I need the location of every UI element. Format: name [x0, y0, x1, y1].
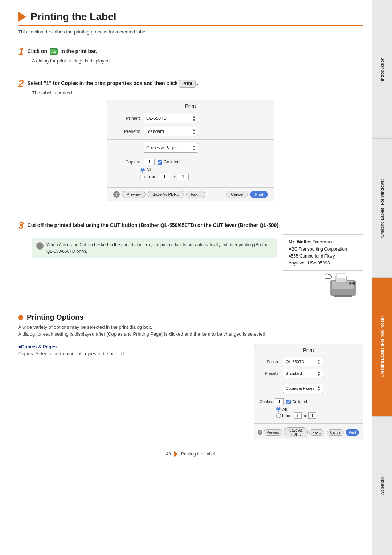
presets-row-2: Presets: Standard ▲▼: [254, 368, 363, 379]
options-desc1: A wide variety of options may be selecte…: [18, 324, 363, 330]
step-2-section: 2 Select "1" for Copies in the print pro…: [18, 74, 363, 210]
presets-stepper[interactable]: ▲▼: [192, 128, 196, 135]
print-button[interactable]: Print: [250, 191, 268, 198]
save-as-pdf-button-2[interactable]: Save As PDF...: [284, 427, 308, 437]
pages-from-radio-2[interactable]: [276, 413, 281, 418]
help-icon[interactable]: ?: [113, 191, 120, 198]
copies-input-2[interactable]: [275, 398, 284, 405]
collated-label-2: Collated: [286, 400, 307, 404]
presets-stepper-2[interactable]: ▲▼: [317, 370, 320, 377]
collated-label: Collated: [158, 159, 180, 165]
sidebar-tab-appendix[interactable]: Appendix: [372, 416, 392, 555]
collated-checkbox[interactable]: [158, 160, 162, 165]
print-dialog-footer-2: ? Preview Save As PDF... Fax... Cancel P…: [254, 425, 363, 439]
printing-options-section: Printing Options A wide variety of optio…: [18, 313, 363, 444]
main-content: Printing the Label This section describe…: [11, 0, 370, 482]
collated-checkbox-2[interactable]: [286, 400, 291, 404]
pages-from-radio[interactable]: [140, 175, 145, 179]
print-dialog-2-title: Print: [254, 344, 363, 356]
section-stepper[interactable]: ▲▼: [192, 144, 196, 151]
page-subtitle: This section describes the printing proc…: [18, 29, 363, 35]
step-3-number: 3: [18, 220, 24, 231]
copies-pages-title: ■Copies & Pages: [18, 344, 247, 349]
printer-field-2: QL-650TD ▲▼: [283, 357, 323, 366]
options-title: Printing Options: [18, 313, 363, 321]
pages-from-row: From: to:: [140, 174, 189, 180]
copies-row-2: Copies: Collated: [254, 397, 363, 406]
label-line4: Anytown, USA 95093: [289, 260, 358, 267]
step-1-number: 1: [18, 46, 24, 57]
sidebar-tab-windows[interactable]: Creating Labels (For Windows): [372, 139, 392, 278]
print-dialog: Print Printer: QL-650TD ▲▼ Presets: Stan…: [107, 100, 274, 201]
cancel-button[interactable]: Cancel: [226, 191, 248, 198]
section-row: Copies & Pages ▲▼: [107, 141, 274, 154]
cancel-button-2[interactable]: Cancel: [327, 429, 344, 436]
pages-all-label-2: All: [276, 407, 358, 412]
printer-label: Printer:: [115, 116, 140, 121]
pages-all-radio-2[interactable]: [276, 407, 281, 412]
fax-button-2[interactable]: Fax...: [309, 429, 324, 436]
label-line2: ABC Transporting Corporation: [289, 246, 358, 253]
page-title-section: Printing the Label: [18, 11, 363, 26]
sidebar-tab-macintosh[interactable]: Creating Labels (For Macintosh): [372, 278, 392, 416]
step-3-section: 3 Cut off the printed label using the CU…: [18, 216, 363, 306]
preview-button-2[interactable]: Preview: [264, 429, 282, 436]
pages-to-input[interactable]: [178, 174, 189, 180]
options-dot-icon: [18, 315, 23, 320]
label-preview: Mr. Walter Freeman ABC Transporting Corp…: [283, 234, 363, 271]
options-desc2: A dialog for each setting is displayed a…: [18, 331, 363, 337]
preview-button[interactable]: Preview: [122, 191, 146, 198]
printer-row-2: Printer: QL-650TD ▲▼: [254, 356, 363, 368]
pages-section-2: All From: to:: [254, 406, 363, 420]
printer-label-2: Printer:: [260, 360, 279, 364]
presets-field: Standard ▲▼: [144, 127, 198, 136]
step-3-left: i When Auto Tape Cut is checked in the p…: [32, 234, 277, 301]
page-footer: 49 Printing the Label: [18, 444, 363, 461]
fax-button[interactable]: Fax...: [186, 191, 206, 198]
section-row-2: Copies & Pages ▲▼: [254, 382, 363, 394]
sidebar-tab-introduction[interactable]: Introduction: [372, 0, 392, 139]
step-2-number: 2: [18, 78, 24, 89]
ab-icon: AB: [50, 48, 58, 55]
svg-rect-5: [334, 295, 352, 297]
printer-illustration: [283, 271, 363, 301]
presets-row: Presets: Standard ▲▼: [107, 125, 274, 138]
print-button-2[interactable]: Print: [346, 429, 359, 436]
printer-svg: [323, 271, 363, 301]
presets-label-2: Presets:: [260, 371, 279, 376]
pages-from-input[interactable]: [159, 174, 170, 180]
page-title: Printing the Label: [30, 11, 116, 23]
printer-stepper-2[interactable]: ▲▼: [317, 358, 320, 365]
pages-from-input-2[interactable]: [294, 412, 302, 419]
pages-row: All From: to:: [107, 166, 274, 181]
step-3-title: Cut off the printed label using the CUT …: [28, 220, 280, 229]
right-sidebar: Introduction Creating Labels (For Window…: [372, 0, 392, 555]
section-stepper-2[interactable]: ▲▼: [317, 385, 320, 392]
copies-pages-desc: Copies: Selects the number of copies to …: [18, 351, 247, 356]
step-1-desc: A dialog for print settings is displayed…: [32, 58, 363, 64]
pages-all-label: All: [140, 167, 151, 173]
footer-triangle-icon: [174, 451, 178, 457]
step-3-content: i When Auto Tape Cut is checked in the p…: [32, 234, 363, 301]
copies-input[interactable]: [144, 159, 155, 165]
options-layout: ■Copies & Pages Copies: Selects the numb…: [18, 340, 363, 444]
step-3-right: Mr. Walter Freeman ABC Transporting Corp…: [283, 234, 363, 301]
help-icon-2[interactable]: ?: [258, 430, 262, 435]
note-text: When Auto Tape Cut is checked in the pri…: [46, 242, 273, 255]
save-as-pdf-button[interactable]: Save As PDF...: [148, 191, 184, 198]
pages-from-label: From:: [146, 174, 158, 179]
step-1-section: 1 Click on AB in the print bar. A dialog…: [18, 42, 363, 68]
printer-field: QL-650TD ▲▼: [144, 114, 198, 123]
step-2-desc: The label is printed.: [32, 90, 363, 96]
section-field: Copies & Pages ▲▼: [144, 143, 198, 153]
print-dialog-2: Print Printer: QL-650TD ▲▼ Presets: Stan…: [254, 344, 363, 439]
svg-point-4: [352, 282, 355, 285]
printer-stepper[interactable]: ▲▼: [192, 115, 196, 122]
svg-rect-6: [336, 274, 346, 278]
footer-text: Printing the Label: [181, 451, 215, 457]
presets-field-2: Standard ▲▼: [283, 369, 323, 378]
pages-to-input-2[interactable]: [308, 412, 316, 419]
title-triangle-icon: [18, 12, 26, 22]
pages-all-radio[interactable]: [140, 168, 145, 173]
step-1-header: 1 Click on AB in the print bar.: [18, 46, 363, 57]
